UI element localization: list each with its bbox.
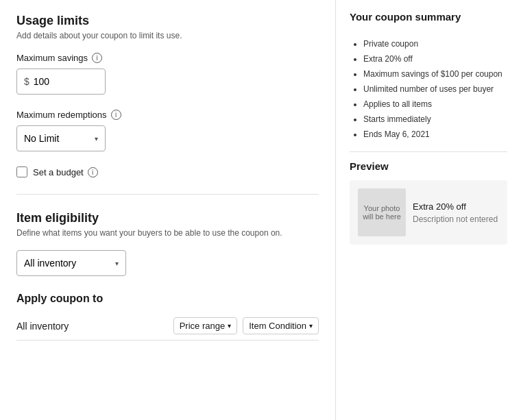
summary-item-unlimited: Unlimited number of uses per buyer bbox=[363, 83, 507, 95]
summary-item-max-savings: Maximum savings of $100 per coupon bbox=[363, 68, 507, 80]
price-range-filter-button[interactable]: Price range ▾ bbox=[173, 317, 237, 334]
summary-item-private: Private coupon bbox=[363, 38, 507, 50]
set-budget-label: Set a budget i bbox=[33, 167, 98, 177]
section-divider-1 bbox=[16, 194, 319, 195]
usage-limits-title: Usage limits bbox=[16, 14, 319, 28]
item-eligibility-select[interactable]: All inventory Specific items bbox=[24, 258, 119, 269]
maximum-redemptions-select-wrapper[interactable]: No Limit Custom ▾ bbox=[16, 125, 106, 151]
item-condition-label: Item Condition bbox=[249, 321, 306, 331]
set-budget-info-icon[interactable]: i bbox=[88, 167, 98, 177]
set-budget-checkbox[interactable] bbox=[16, 166, 27, 177]
item-eligibility-dropdown-wrapper[interactable]: All inventory Specific items ▾ bbox=[16, 250, 126, 276]
summary-item-applies: Applies to all items bbox=[363, 98, 507, 110]
maximum-savings-input-wrapper: $ bbox=[16, 69, 106, 95]
preview-card: Your photo will be here Extra 20% off De… bbox=[350, 180, 507, 245]
item-condition-filter-button[interactable]: Item Condition ▾ bbox=[243, 317, 319, 334]
summary-item-starts: Starts immediately bbox=[363, 113, 507, 125]
price-range-label: Price range bbox=[180, 321, 225, 331]
apply-coupon-table-header: All inventory Price range ▾ Item Conditi… bbox=[16, 312, 319, 341]
sidebar-divider bbox=[350, 151, 507, 152]
set-budget-row: Set a budget i bbox=[16, 166, 319, 177]
item-condition-chevron-icon: ▾ bbox=[309, 322, 313, 330]
coupon-summary-title: Your coupon summary bbox=[350, 11, 507, 29]
preview-description: Description not entered bbox=[413, 214, 499, 224]
item-eligibility-subtitle: Define what items you want your buyers t… bbox=[16, 228, 319, 238]
item-eligibility-title: Item eligibility bbox=[16, 211, 319, 225]
sidebar: Your coupon summary Private coupon Extra… bbox=[336, 0, 521, 420]
maximum-redemptions-select[interactable]: No Limit Custom bbox=[24, 133, 98, 144]
maximum-savings-group: Maximum savings i $ bbox=[16, 53, 319, 95]
apply-coupon-section: Apply coupon to All inventory Price rang… bbox=[16, 293, 319, 341]
maximum-redemptions-info-icon[interactable]: i bbox=[111, 110, 121, 120]
all-inventory-label: All inventory bbox=[16, 321, 168, 332]
maximum-redemptions-group: Maximum redemptions i No Limit Custom ▾ bbox=[16, 110, 319, 151]
preview-title: Preview bbox=[350, 160, 507, 172]
coupon-summary-list: Private coupon Extra 20% off Maximum sav… bbox=[350, 38, 507, 140]
preview-extra-off: Extra 20% off bbox=[413, 201, 499, 212]
main-content: Usage limits Add details about your coup… bbox=[0, 0, 336, 420]
set-budget-group: Set a budget i bbox=[16, 166, 319, 177]
maximum-savings-info-icon[interactable]: i bbox=[92, 53, 102, 63]
currency-prefix: $ bbox=[24, 76, 29, 87]
price-range-chevron-icon: ▾ bbox=[228, 322, 231, 330]
maximum-redemptions-label: Maximum redemptions i bbox=[16, 110, 319, 120]
apply-coupon-title: Apply coupon to bbox=[16, 293, 319, 305]
summary-item-extra-off: Extra 20% off bbox=[363, 53, 507, 65]
maximum-savings-label: Maximum savings i bbox=[16, 53, 319, 63]
usage-limits-subtitle: Add details about your coupon to limit i… bbox=[16, 31, 319, 40]
summary-item-ends: Ends May 6, 2021 bbox=[363, 128, 507, 140]
preview-photo-placeholder: Your photo will be here bbox=[358, 188, 406, 236]
maximum-savings-input[interactable] bbox=[34, 76, 98, 87]
preview-text: Extra 20% off Description not entered bbox=[413, 201, 499, 224]
